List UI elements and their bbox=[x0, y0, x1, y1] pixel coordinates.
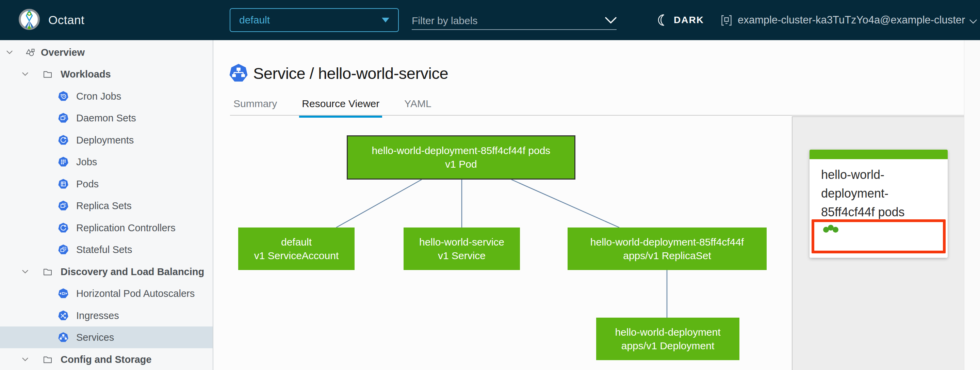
cluster-context-label: example-cluster-ka3TuTzYo4a@example-clus… bbox=[738, 14, 965, 26]
sidebar-group-config-and-storage[interactable]: Config and Storage bbox=[0, 349, 213, 370]
theme-toggle-label: DARK bbox=[674, 14, 704, 25]
sidebar-item-label: Ingresses bbox=[76, 310, 119, 321]
graph-node-name: default bbox=[281, 235, 312, 249]
services-icon bbox=[58, 332, 69, 343]
context-chevron-down-icon bbox=[969, 19, 977, 24]
cluster-context-selector[interactable]: example-cluster-ka3TuTzYo4a@example-clus… bbox=[720, 0, 977, 40]
app-header: Octant default DARK example-cluster-ka3T… bbox=[0, 0, 980, 40]
chevron-down-icon[interactable] bbox=[22, 357, 29, 362]
sidebar-item-label: Overview bbox=[41, 47, 85, 58]
graph-node-name: hello-world-deployment-85ff4cf44f bbox=[590, 235, 744, 249]
sidebar-item-label: Stateful Sets bbox=[76, 244, 132, 256]
sidebar-item-services[interactable]: Services bbox=[0, 327, 213, 348]
daemon-sets-icon bbox=[58, 113, 69, 124]
label-filter-input[interactable] bbox=[412, 12, 617, 30]
sidebar-item-jobs[interactable]: Jobs bbox=[0, 151, 213, 173]
horizontal-pod-autoscalers-icon bbox=[58, 288, 69, 299]
namespace-dropdown[interactable]: default bbox=[230, 8, 399, 32]
octant-app: Octant default DARK example-cluster-ka3T… bbox=[0, 0, 980, 370]
sidebar-item-ingresses[interactable]: Ingresses bbox=[0, 305, 213, 327]
sidebar-item-label: Discovery and Load Balancing bbox=[60, 266, 204, 278]
graph-node-serviceaccount[interactable]: default v1 ServiceAccount bbox=[238, 227, 355, 270]
sidebar-item-label: Cron Jobs bbox=[76, 91, 121, 102]
graph-node-replicaset[interactable]: hello-world-deployment-85ff4cf44f apps/v… bbox=[568, 227, 767, 270]
sidebar-item-deployments[interactable]: Deployments bbox=[0, 129, 213, 151]
applications-icon bbox=[24, 47, 35, 58]
sidebar-item-label: Config and Storage bbox=[60, 354, 151, 365]
sidebar-item-label: Deployments bbox=[76, 135, 134, 146]
sidebar-group-workloads[interactable]: Workloads bbox=[0, 63, 213, 85]
sidebar-item-stateful-sets[interactable]: Stateful Sets bbox=[0, 239, 213, 260]
resource-graph: hello-world-deployment-85ff4cf44f pods v… bbox=[213, 40, 794, 370]
moon-icon bbox=[655, 13, 669, 27]
stateful-sets-icon bbox=[58, 244, 69, 255]
scroll-gutter bbox=[964, 40, 980, 370]
sidebar-item-pods[interactable]: Pods bbox=[0, 173, 213, 195]
node-detail-panel: hello-world-deployment-85ff4cf44f pods bbox=[792, 116, 964, 370]
sidebar-item-label: Replica Sets bbox=[76, 200, 132, 211]
folder-icon bbox=[42, 69, 53, 79]
sidebar-item-horizontal-pod-autoscalers[interactable]: Horizontal Pod Autoscalers bbox=[0, 283, 213, 304]
pod-list-highlight bbox=[811, 219, 946, 253]
chevron-down-icon[interactable] bbox=[6, 50, 13, 55]
dropdown-caret-icon bbox=[382, 18, 389, 22]
card-title: hello-world-deployment-85ff4cf44f pods bbox=[810, 159, 948, 221]
sidebar-item-replica-sets[interactable]: Replica Sets bbox=[0, 195, 213, 217]
sidebar-item-label: Services bbox=[76, 332, 114, 343]
pods-icon bbox=[58, 179, 69, 189]
ingresses-icon bbox=[58, 310, 69, 321]
sidebar-item-label: Jobs bbox=[76, 156, 97, 168]
graph-node-service[interactable]: hello-world-service v1 Service bbox=[404, 227, 520, 270]
sidebar-item-daemon-sets[interactable]: Daemon Sets bbox=[0, 107, 213, 129]
octant-logo-icon bbox=[18, 8, 40, 30]
sidebar-item-replication-controllers[interactable]: Replication Controllers bbox=[0, 217, 213, 239]
graph-node-kind: apps/v1 Deployment bbox=[621, 339, 714, 353]
selected-node-card[interactable]: hello-world-deployment-85ff4cf44f pods bbox=[810, 149, 948, 258]
app-title: Octant bbox=[48, 0, 84, 40]
graph-node-deployment[interactable]: hello-world-deployment apps/v1 Deploymen… bbox=[596, 318, 740, 360]
graph-node-kind: v1 Service bbox=[438, 249, 485, 262]
graph-node-kind: v1 ServiceAccount bbox=[254, 249, 339, 262]
cluster-icon bbox=[720, 13, 733, 27]
graph-node-name: hello-world-deployment bbox=[615, 326, 721, 339]
graph-node-name: hello-world-service bbox=[419, 235, 504, 249]
sidebar-item-label: Replication Controllers bbox=[76, 222, 176, 233]
sidebar-item-cron-jobs[interactable]: Cron Jobs bbox=[0, 85, 213, 107]
folder-icon bbox=[42, 354, 53, 365]
replication-controllers-icon bbox=[58, 222, 69, 233]
namespace-dropdown-value: default bbox=[239, 14, 270, 26]
deployments-icon bbox=[58, 135, 69, 146]
graph-node-kind: v1 Pod bbox=[445, 157, 477, 171]
pod-status-dot[interactable] bbox=[828, 225, 834, 230]
sidebar-item-label: Workloads bbox=[60, 69, 111, 80]
replica-sets-icon bbox=[58, 200, 69, 211]
filter-chevron-down-icon[interactable] bbox=[605, 16, 617, 24]
sidebar-item-overview[interactable]: Overview bbox=[0, 41, 213, 63]
graph-node-name: hello-world-deployment-85ff4cf44f pods bbox=[372, 144, 550, 157]
graph-node-pod[interactable]: hello-world-deployment-85ff4cf44f pods v… bbox=[347, 135, 576, 179]
chevron-down-icon[interactable] bbox=[22, 72, 29, 76]
sidebar-item-label: Horizontal Pod Autoscalers bbox=[76, 288, 195, 299]
sidebar-item-label: Daemon Sets bbox=[76, 113, 136, 124]
graph-node-kind: apps/v1 ReplicaSet bbox=[623, 249, 711, 262]
chevron-down-icon[interactable] bbox=[22, 269, 29, 274]
card-status-bar bbox=[810, 149, 948, 159]
jobs-icon bbox=[58, 156, 69, 167]
navigation-sidebar: Overview Workloads Cron Jobs bbox=[0, 40, 213, 370]
pod-status-dots bbox=[823, 227, 943, 233]
cron-jobs-icon bbox=[58, 91, 69, 102]
sidebar-item-label: Pods bbox=[76, 179, 99, 190]
dark-theme-toggle[interactable]: DARK bbox=[655, 0, 704, 40]
folder-icon bbox=[42, 266, 53, 277]
sidebar-group-discovery-and-load-balancing[interactable]: Discovery and Load Balancing bbox=[0, 261, 213, 283]
